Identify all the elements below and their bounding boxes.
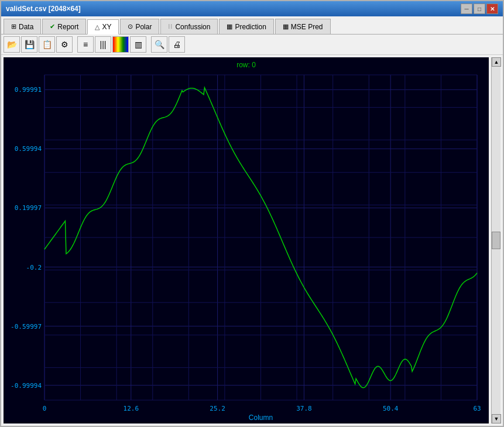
vertical-scrollbar[interactable]: ▲ ▼: [491, 57, 500, 423]
toolbar-btn-6[interactable]: |||: [95, 36, 111, 53]
chart-canvas: [4, 57, 489, 423]
chart-area: row: 0: [4, 57, 489, 423]
minimize-button[interactable]: ─: [461, 4, 472, 14]
tab-xy-label: XY: [102, 23, 111, 31]
scroll-down-arrow[interactable]: ▼: [492, 414, 501, 423]
tab-bar: ⊞ Data ✔ Report △ XY ⊙ Polar ⁞⁞ Confussi…: [1, 16, 503, 35]
tab-msepred[interactable]: ▦ MSE Pred: [275, 19, 331, 34]
toolbar-btn-5[interactable]: ≡: [77, 36, 94, 53]
toolbar-btn-7[interactable]: [112, 36, 129, 53]
toolbar-btn-1[interactable]: 📂: [4, 36, 20, 53]
polar-tab-icon: ⊙: [128, 23, 133, 30]
tab-polar-label: Polar: [135, 23, 152, 31]
close-button[interactable]: ✕: [486, 4, 498, 14]
tab-report[interactable]: ✔ Report: [42, 19, 86, 34]
msepred-tab-icon: ▦: [283, 23, 289, 30]
scroll-thumb[interactable]: [492, 232, 500, 249]
toolbar: 📂 💾 📋 ⚙ ≡ ||| ▥ 🔍 🖨: [1, 35, 503, 55]
title-bar-buttons: ─ □ ✕: [461, 4, 498, 14]
window-title: validSet.csv [2048×64]: [6, 5, 81, 13]
main-window: validSet.csv [2048×64] ─ □ ✕ ⊞ Data ✔ Re…: [0, 0, 504, 427]
main-area: row: 0 ▲ ▼: [1, 55, 503, 426]
toolbar-btn-3[interactable]: 📋: [39, 36, 55, 53]
toolbar-btn-10[interactable]: 🖨: [169, 36, 185, 53]
tab-prediction-label: Prediction: [235, 23, 266, 31]
prediction-tab-icon: ▦: [227, 23, 232, 30]
tab-confussion[interactable]: ⁞⁞ Confussion: [160, 19, 218, 34]
maximize-button[interactable]: □: [474, 4, 485, 14]
toolbar-btn-9[interactable]: 🔍: [151, 36, 167, 53]
tab-report-label: Report: [57, 23, 78, 31]
scroll-up-arrow[interactable]: ▲: [492, 57, 501, 67]
report-tab-icon: ✔: [50, 23, 55, 30]
title-bar: validSet.csv [2048×64] ─ □ ✕: [1, 1, 503, 16]
tab-data-label: Data: [19, 23, 33, 31]
toolbar-btn-2[interactable]: 💾: [21, 36, 37, 53]
confussion-tab-icon: ⁞⁞: [168, 23, 173, 30]
row-label: row: 0: [236, 61, 256, 69]
data-tab-icon: ⊞: [11, 23, 16, 30]
tab-msepred-label: MSE Pred: [291, 23, 323, 31]
toolbar-btn-4[interactable]: ⚙: [56, 36, 73, 53]
tab-xy[interactable]: △ XY: [87, 19, 119, 35]
toolbar-btn-8[interactable]: ▥: [130, 36, 146, 53]
xy-tab-icon: △: [95, 23, 100, 31]
tab-polar[interactable]: ⊙ Polar: [120, 19, 159, 34]
tab-confussion-label: Confussion: [175, 23, 210, 31]
tab-data[interactable]: ⊞ Data: [4, 19, 41, 34]
tab-prediction[interactable]: ▦ Prediction: [219, 19, 273, 34]
